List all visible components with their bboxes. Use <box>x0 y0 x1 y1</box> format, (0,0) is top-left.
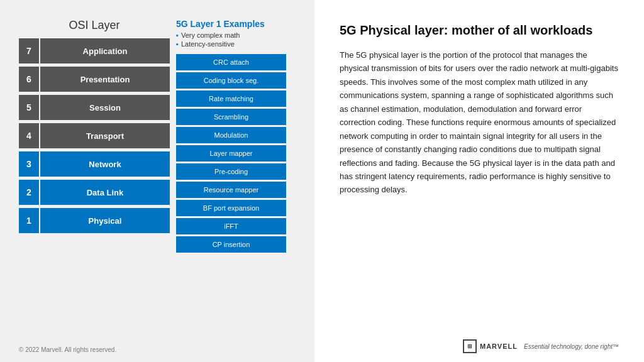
layer-label: Session <box>40 95 170 120</box>
right-title: 5G Physical layer: mother of all workloa… <box>340 22 619 38</box>
marvell-icon: ⊞ <box>463 339 477 353</box>
osi-layer: 2Data Link <box>19 180 170 205</box>
layer-number: 2 <box>19 180 39 205</box>
right-panel: 5G Physical layer: mother of all workloa… <box>314 0 644 362</box>
left-panel: OSI Layer 7Application6Presentation5Sess… <box>0 0 314 362</box>
footer-copyright: © 2022 Marvell. All rights reserved. <box>19 346 116 353</box>
example-item: Rate matching <box>176 90 286 107</box>
layer-number: 3 <box>19 151 39 177</box>
osi-layer: 7Application <box>19 38 170 63</box>
example-item: Resource mapper <box>176 182 286 198</box>
examples-list: CRC attachCoding block seg.Rate matching… <box>176 54 286 253</box>
layer-label: Transport <box>40 123 170 148</box>
layer-label: Presentation <box>40 67 170 92</box>
layer-label: Network <box>40 151 170 177</box>
example-item: Pre-coding <box>176 163 286 180</box>
example-item: CRC attach <box>176 54 286 70</box>
example-item: CP insertion <box>176 236 286 253</box>
layer-label: Application <box>40 38 170 63</box>
osi-section: OSI Layer 7Application6Presentation5Sess… <box>19 19 302 349</box>
osi-title: OSI Layer <box>19 19 170 32</box>
osi-layer: 3Network <box>19 151 170 177</box>
layer-number: 6 <box>19 67 39 92</box>
tagline: Essential technology, done right™ <box>524 343 619 350</box>
osi-layer: 6Presentation <box>19 67 170 92</box>
layer-number: 4 <box>19 123 39 148</box>
osi-column: OSI Layer 7Application6Presentation5Sess… <box>19 19 170 349</box>
marvell-logo: ⊞ MARVELL <box>463 339 518 353</box>
layer-number: 7 <box>19 38 39 63</box>
layer-number: 1 <box>19 208 39 233</box>
bullet-item: ▪Very complex math <box>176 31 286 39</box>
marvell-text: MARVELL <box>480 343 518 350</box>
footer-right: ⊞ MARVELL Essential technology, done rig… <box>463 339 619 353</box>
osi-layer: 4Transport <box>19 123 170 148</box>
bullet-text: Very complex math <box>181 31 240 39</box>
example-item: Layer mapper <box>176 145 286 162</box>
examples-title: 5G Layer 1 Examples <box>176 19 286 29</box>
example-item: Coding block seg. <box>176 72 286 89</box>
right-body: The 5G physical layer is the portion of … <box>340 48 619 197</box>
bullet-text: Latency-sensitive <box>181 40 235 48</box>
layer-number: 5 <box>19 95 39 120</box>
example-item: iFFT <box>176 218 286 234</box>
bullet-dot: ▪ <box>176 31 179 39</box>
example-item: Modulation <box>176 127 286 143</box>
bullet-dot: ▪ <box>176 40 179 48</box>
osi-layer: 5Session <box>19 95 170 120</box>
example-item: BF port expansion <box>176 200 286 216</box>
examples-bullets: ▪Very complex math▪Latency-sensitive <box>176 31 286 49</box>
examples-column: 5G Layer 1 Examples ▪Very complex math▪L… <box>176 19 286 349</box>
bullet-item: ▪Latency-sensitive <box>176 40 286 48</box>
example-item: Scrambling <box>176 109 286 125</box>
osi-layer: 1Physical <box>19 208 170 233</box>
osi-layers: 7Application6Presentation5Session4Transp… <box>19 38 170 233</box>
layer-label: Data Link <box>40 180 170 205</box>
layer-label: Physical <box>40 208 170 233</box>
